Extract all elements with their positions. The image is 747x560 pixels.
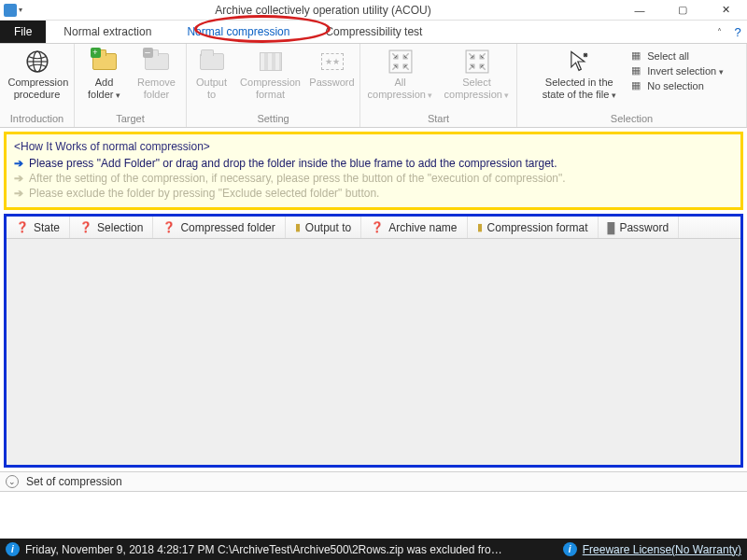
invert-selection-button[interactable]: ▦Invert selection	[629, 64, 724, 77]
minimize-button[interactable]: —	[618, 0, 661, 21]
group-label-start: Start	[428, 111, 449, 127]
arrow-icon: ➔	[14, 187, 23, 200]
output-to-button[interactable]: Output to	[189, 47, 235, 100]
select-all-button[interactable]: ▦Select all	[629, 49, 724, 62]
group-target: + Add folder – Remove folder Target	[75, 44, 187, 127]
tab-file[interactable]: File	[0, 21, 46, 43]
selection-small-buttons: ▦Select all ▦Invert selection ▦No select…	[624, 47, 729, 91]
group-selection: Selected in the state of the file ▦Selec…	[517, 44, 747, 127]
group-label-selection: Selection	[611, 111, 653, 127]
remove-folder-button[interactable]: – Remove folder	[131, 47, 183, 100]
archive-icon: ▮	[477, 221, 483, 233]
status-info-icon: i	[6, 542, 20, 556]
add-folder-icon: +	[80, 47, 129, 77]
arrow-icon: ➔	[14, 157, 23, 170]
license-info-icon: i	[563, 542, 577, 556]
no-selection-button[interactable]: ▦No selection	[629, 79, 724, 91]
title-bar: ▾ Archive collectively operation utility…	[0, 0, 747, 21]
output-to-icon	[190, 47, 233, 77]
col-compression-format[interactable]: ▮Compression format	[468, 217, 599, 238]
col-selection[interactable]: ❓Selection	[70, 217, 153, 238]
qat-dropdown-icon[interactable]: ▾	[19, 6, 22, 14]
no-selection-icon: ▦	[629, 79, 642, 91]
how-it-works-header: <How It Works of normal compression>	[14, 140, 733, 153]
license-link[interactable]: Freeware License(No Warranty)	[583, 543, 741, 556]
how-it-works-step-1: ➔Please press "Add Folder" or drag and d…	[14, 157, 733, 170]
close-button[interactable]: ✕	[704, 0, 747, 21]
arrows-in-icon	[364, 47, 437, 77]
group-introduction: Compression procedure Introduction	[0, 44, 75, 127]
password-button[interactable]: ★★ Password	[306, 47, 359, 89]
col-state[interactable]: ❓State	[7, 217, 70, 238]
tab-strip: File Normal extraction Normal compressio…	[0, 21, 747, 44]
help-icon[interactable]: ?	[728, 21, 747, 43]
how-it-works-step-2: ➔After the setting of the compression, i…	[14, 172, 733, 185]
expand-icon[interactable]: ⌄	[6, 475, 19, 488]
tab-normal-compression[interactable]: Normal compression	[169, 21, 307, 43]
all-compression-button[interactable]: All compression	[362, 47, 439, 100]
compression-format-button[interactable]: Compression format	[235, 47, 306, 100]
tab-normal-extraction[interactable]: Normal extraction	[46, 21, 169, 43]
ribbon-collapse-icon[interactable]: ˄	[710, 21, 728, 43]
group-setting: Output to Compression format ★★ Password…	[187, 44, 360, 127]
col-output-to[interactable]: ▮Output to	[286, 217, 361, 238]
tab-compressibility-test[interactable]: Compressibility test	[307, 21, 440, 43]
grid-header: ❓State ❓Selection ❓Compressed folder ▮Ou…	[7, 217, 740, 239]
select-all-icon: ▦	[629, 49, 642, 62]
status-message: Friday, November 9, 2018 4:28:17 PM C:\A…	[25, 543, 511, 556]
password-icon: ★★	[308, 47, 357, 77]
status-bar: i Friday, November 9, 2018 4:28:17 PM C:…	[0, 539, 747, 560]
window-buttons: — ▢ ✕	[618, 0, 747, 21]
app-icon	[4, 4, 17, 17]
add-folder-button[interactable]: + Add folder	[78, 47, 131, 100]
compression-format-icon	[237, 47, 304, 77]
info-icon: ❓	[16, 221, 29, 233]
col-password[interactable]: █Password	[599, 217, 679, 238]
group-label-target: Target	[116, 111, 145, 127]
group-label-introduction: Introduction	[10, 111, 63, 127]
set-of-compression-bar[interactable]: ⌄ Set of compression	[0, 471, 747, 492]
window-title: Archive collectively operation utility (…	[28, 4, 618, 17]
maximize-button[interactable]: ▢	[661, 0, 704, 21]
arrows-in-select-icon	[441, 47, 514, 77]
info-icon: ❓	[371, 221, 384, 233]
set-of-compression-label: Set of compression	[26, 475, 122, 488]
info-icon: ❓	[162, 221, 176, 233]
grid-body-empty[interactable]	[7, 239, 740, 465]
quick-access-toolbar: ▾	[0, 4, 28, 17]
invert-selection-icon: ▦	[629, 64, 642, 77]
col-compressed-folder[interactable]: ❓Compressed folder	[153, 217, 285, 238]
cursor-star-icon	[536, 47, 622, 77]
compression-target-grid[interactable]: ❓State ❓Selection ❓Compressed folder ▮Ou…	[4, 214, 743, 468]
select-compression-button[interactable]: Select compression	[439, 47, 515, 100]
group-label-setting: Setting	[257, 111, 289, 127]
ribbon: Compression procedure Introduction + Add…	[0, 44, 747, 128]
remove-folder-icon: –	[133, 47, 181, 77]
how-it-works-panel: <How It Works of normal compression> ➔Pl…	[4, 132, 743, 210]
how-it-works-step-3: ➔Please exclude the folder by pressing "…	[14, 187, 733, 200]
selected-in-state-button[interactable]: Selected in the state of the file	[534, 47, 624, 100]
folder-icon: ▮	[295, 221, 301, 233]
arrow-icon: ➔	[14, 172, 23, 185]
password-col-icon: █	[608, 222, 615, 233]
globe-icon	[8, 47, 66, 77]
compression-procedure-button[interactable]: Compression procedure	[7, 47, 68, 100]
group-start: All compression Select compression Start	[360, 44, 517, 127]
col-archive-name[interactable]: ❓Archive name	[361, 217, 467, 238]
info-icon: ❓	[79, 221, 92, 233]
